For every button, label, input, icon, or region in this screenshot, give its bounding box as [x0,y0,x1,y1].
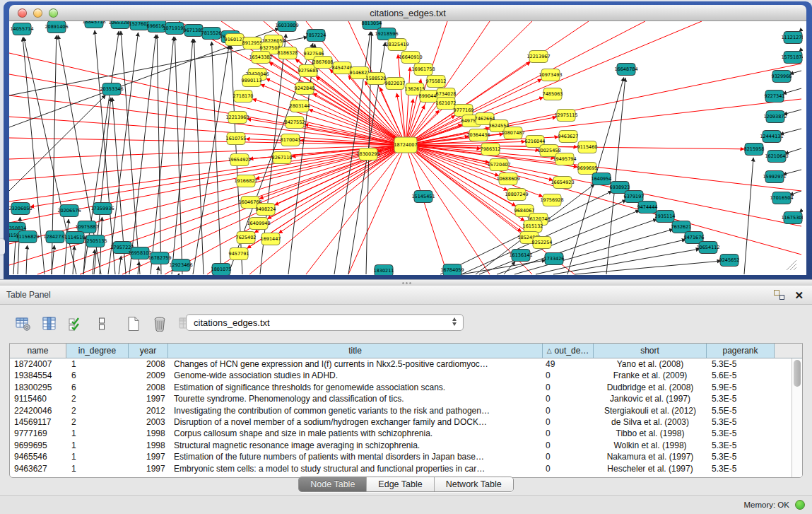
column-header-year[interactable]: year [129,344,168,358]
table-settings-icon[interactable] [16,316,31,332]
graph-node[interactable]: 9498224 [256,204,276,216]
graph-node[interactable]: 8215958 [744,144,765,156]
cell-short[interactable]: Nakamura et al. (1997) [594,451,707,462]
column-header-title[interactable]: title [168,344,543,358]
table-row[interactable]: 1456911722003Disruption of a novel membe… [10,416,792,428]
table-row[interactable]: 977716911998Corpus callosum shape and si… [10,428,792,439]
graph-node[interactable]: 9463627 [558,131,579,143]
table-row[interactable]: 1872400712008Changes of HCN gene express… [10,358,792,370]
select-mode-icon[interactable] [68,316,83,332]
cell-in_degree[interactable]: 2 [66,416,129,428]
graph-node[interactable]: 12444131 [760,131,783,143]
graph-node[interactable]: 23206050 [9,203,33,215]
graph-node[interactable]: 7986312 [481,144,501,156]
float-panel-icon[interactable] [774,290,784,300]
cell-pagerank[interactable]: 5.9E-5 [707,382,775,393]
graph-node[interactable]: 20364436 [466,129,490,141]
graph-node[interactable]: 9242848 [295,83,315,95]
graph-node[interactable]: 9890113 [242,75,262,87]
table-row[interactable]: 2242004622012Investigating the contribut… [10,405,792,416]
graph-node[interactable]: 16784059 [440,264,464,276]
cell-title[interactable]: Investigating the contribution of common… [168,405,543,416]
graph-node[interactable]: 19218596 [375,28,398,40]
cell-name[interactable]: 9115460 [10,393,66,404]
graph-node[interactable]: 1830211 [374,265,394,276]
graph-node[interactable]: 16782759 [148,252,171,264]
graph-node[interactable]: 15720407 [487,159,510,171]
graph-node[interactable]: 16961758 [411,64,435,76]
graph-node[interactable]: 7485063 [543,88,563,100]
cell-in_degree[interactable]: 6 [66,382,129,393]
graph-node[interactable]: 8252254 [532,237,553,249]
cell-pagerank[interactable]: 5.3E-5 [707,451,775,462]
cell-year[interactable]: 1997 [129,393,168,404]
cell-name[interactable]: 14569117 [10,416,66,428]
resize-grip-icon[interactable] [790,264,796,270]
graph-node[interactable]: 7815526 [201,28,222,40]
graph-node[interactable]: 14055714 [10,23,33,35]
graph-node[interactable]: 8427552 [285,117,305,129]
cell-title[interactable]: Structural magnetic resonance image aver… [168,440,543,451]
graph-node[interactable]: 12093872 [763,111,787,123]
graph-node[interactable]: 10654112 [696,242,719,254]
graph-node[interactable]: 9755812 [426,76,447,88]
graph-node[interactable]: 11156829 [16,231,39,243]
graph-node[interactable]: 6379197 [624,191,645,203]
cell-out_de[interactable]: 49 [543,358,594,370]
graph-node[interactable]: 12213967 [526,51,550,63]
graph-node[interactable]: 10973493 [539,69,562,81]
close-panel-icon[interactable]: ✕ [794,290,804,300]
graph-node[interactable]: 9822037 [385,78,406,90]
graph-node[interactable]: 2718170 [233,90,254,103]
graph-node[interactable]: 20206576 [57,205,81,217]
graph-node[interactable]: 1615132 [523,221,543,233]
cell-out_de[interactable]: 0 [543,393,594,404]
cell-name[interactable]: 22420046 [10,405,66,416]
table-row[interactable]: 911546021997Tourette syndrome. Phenomeno… [10,393,792,404]
graph-node[interactable]: 12213963 [225,112,249,124]
table-columns-icon[interactable] [42,316,57,332]
graph-node[interactable]: 18724007 [394,137,417,153]
graph-node[interactable]: 17016504 [770,192,793,204]
graph-node[interactable]: 18325419 [385,39,408,51]
cell-short[interactable]: Tibbo et al. (1998) [594,428,707,439]
graph-node[interactable]: 16654923 [551,177,574,189]
cell-pagerank[interactable]: 5.3E-5 [707,393,775,404]
cell-name[interactable]: 19384554 [10,370,66,381]
table-row[interactable]: 946554611997Estimation of the future num… [10,451,792,462]
graph-node[interactable]: 16210643 [765,151,788,163]
graph-node[interactable]: 9329966 [772,71,792,83]
cell-in_degree[interactable]: 2 [66,405,129,416]
cell-name[interactable]: 9699695 [10,440,66,451]
cell-pagerank[interactable]: 5.5E-5 [707,405,775,416]
cell-in_degree[interactable]: 2 [66,393,129,404]
graph-node[interactable]: 10807487 [501,127,524,139]
delete-table-icon[interactable] [152,316,167,332]
cell-in_degree[interactable]: 6 [66,370,129,381]
cell-short[interactable]: Hescheler et al. (1997) [594,463,707,474]
graph-node[interactable]: 16409948 [247,218,270,230]
cell-year[interactable]: 1997 [129,463,168,474]
cell-year[interactable]: 1998 [129,440,168,451]
graph-node[interactable]: 12923466 [169,259,192,271]
cell-title[interactable]: Genome-wide association studies in ADHD. [168,370,543,381]
tab-network-table[interactable]: Network Table [435,477,513,491]
graph-node[interactable]: 19756928 [540,194,563,206]
graph-node[interactable]: 9245652 [719,255,740,267]
cell-pagerank[interactable]: 5.3E-5 [707,440,775,451]
graph-node[interactable]: 1801075 [211,264,232,276]
graph-node[interactable]: 2803144 [290,100,310,112]
cell-title[interactable]: Estimation of significance thresholds fo… [168,382,543,393]
scrollbar-thumb[interactable] [794,360,801,387]
graph-node[interactable]: 11675300 [781,212,803,224]
graph-node[interactable]: 8186328 [278,47,298,59]
cell-in_degree[interactable]: 1 [66,358,129,370]
cell-pagerank[interactable]: 5.3E-5 [707,463,775,474]
cell-title[interactable]: Estimation of the future numbers of pati… [168,451,543,462]
cell-title[interactable]: Tourette syndrome. Phenomenology and cla… [168,393,543,404]
graph-node[interactable]: 8267110 [272,152,293,164]
graph-node[interactable]: 2867608 [313,57,334,69]
panel-collapse-handle[interactable] [0,239,5,255]
graph-node[interactable]: 16136141 [509,250,532,262]
cell-name[interactable]: 18724007 [10,358,66,370]
